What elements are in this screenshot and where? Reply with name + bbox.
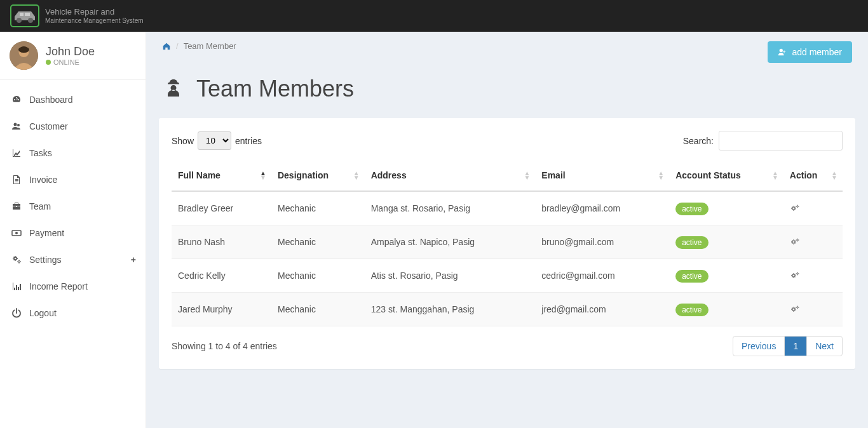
entries-select[interactable]: 10 — [198, 131, 231, 150]
breadcrumb: / Team Member — [162, 41, 236, 51]
cell-address: 123 st. Manggahan, Pasig — [365, 293, 536, 326]
sort-icon: ▲▼ — [831, 171, 837, 180]
sidebar-item-customer[interactable]: Customer — [0, 113, 146, 140]
svg-point-18 — [792, 274, 795, 277]
svg-point-21 — [797, 307, 799, 309]
col-action[interactable]: Action▲▼ — [783, 160, 843, 191]
svg-point-13 — [780, 49, 783, 52]
status-badge: active — [675, 270, 708, 283]
sidebar-item-dashboard[interactable]: Dashboard — [0, 86, 146, 113]
table-info: Showing 1 to 4 of 4 entries — [172, 341, 277, 351]
logo[interactable]: Vehicle Repair and Maintenance Managemen… — [10, 4, 144, 28]
cell-email: cedric@gmail.com — [535, 259, 669, 293]
table-footer: Showing 1 to 4 of 4 entries Previous 1 N… — [172, 336, 843, 356]
sort-icon: ▲▼ — [353, 171, 360, 180]
cell-action — [783, 293, 843, 326]
sidebar-item-payment[interactable]: Payment — [0, 220, 146, 246]
gear-icon[interactable] — [790, 304, 836, 314]
sidebar-item-logout[interactable]: Logout — [0, 300, 146, 326]
cell-status: active — [669, 259, 783, 293]
sidebar-item-income-report[interactable]: Income Report — [0, 273, 146, 300]
avatar[interactable] — [10, 41, 38, 70]
breadcrumb-separator: / — [176, 41, 179, 51]
page-next[interactable]: Next — [807, 337, 842, 356]
col-address[interactable]: Address▲▼ — [365, 160, 536, 191]
pagination: Previous 1 Next — [733, 336, 843, 356]
topbar: Vehicle Repair and Maintenance Managemen… — [0, 0, 868, 32]
table-card: Show 10 entries Search: Full Name▲▼ Desi… — [159, 118, 855, 369]
cell-address: Atis st. Rosario, Pasig — [365, 259, 536, 293]
svg-rect-3 — [20, 13, 24, 16]
user-name: John Doe — [46, 45, 95, 58]
col-designation[interactable]: Designation▲▼ — [271, 160, 365, 191]
search-input[interactable] — [719, 131, 843, 150]
col-account-status[interactable]: Account Status▲▼ — [669, 160, 783, 191]
svg-point-2 — [28, 18, 33, 23]
cell-name: Cedric Kelly — [172, 259, 271, 293]
table-row: Jared MurphyMechanic123 st. Manggahan, P… — [172, 293, 843, 326]
cell-email: bradley@gmail.com — [535, 191, 669, 225]
cell-status: active — [669, 191, 783, 225]
team-table: Full Name▲▼ Designation▲▼ Address▲▼ Emai… — [172, 160, 843, 326]
cell-designation: Mechanic — [271, 293, 365, 326]
sidebar: John Doe ONLINE Dashboard Customer Tasks — [0, 32, 146, 428]
svg-point-12 — [18, 261, 20, 263]
gear-icon[interactable] — [790, 237, 836, 247]
add-member-button[interactable]: add member — [768, 41, 852, 63]
sidebar-item-settings[interactable]: Settings + — [0, 246, 146, 273]
length-control: Show 10 entries — [172, 131, 262, 150]
online-dot-icon — [46, 60, 51, 65]
sidebar-item-invoice[interactable]: Invoice — [0, 166, 146, 193]
svg-point-8 — [17, 124, 20, 126]
plus-icon: + — [131, 255, 136, 265]
logo-text: Vehicle Repair and Maintenance Managemen… — [45, 8, 144, 23]
page-title: Team Members — [146, 72, 868, 118]
user-plus-icon — [778, 48, 787, 57]
svg-rect-4 — [25, 13, 30, 16]
breadcrumb-current: Team Member — [184, 41, 236, 51]
svg-point-15 — [797, 206, 799, 208]
svg-point-10 — [15, 232, 18, 234]
page-title-text: Team Members — [196, 76, 354, 102]
money-icon — [11, 228, 23, 238]
page-previous[interactable]: Previous — [733, 337, 785, 356]
sort-icon: ▲▼ — [658, 171, 664, 180]
file-icon — [11, 175, 23, 185]
tachometer-icon — [11, 95, 23, 105]
car-logo-icon — [10, 4, 40, 28]
svg-point-20 — [792, 308, 795, 311]
col-full-name[interactable]: Full Name▲▼ — [172, 160, 271, 191]
sort-icon: ▲▼ — [772, 171, 778, 180]
svg-point-19 — [797, 273, 799, 275]
sort-icon: ▲▼ — [260, 171, 266, 180]
power-icon — [11, 308, 23, 318]
cell-email: jred@gmail.com — [535, 293, 669, 326]
cell-action — [783, 259, 843, 293]
status-badge: active — [675, 236, 708, 249]
sort-icon: ▲▼ — [524, 171, 530, 180]
users-icon — [11, 121, 23, 131]
sidebar-item-team[interactable]: Team — [0, 193, 146, 220]
svg-point-11 — [14, 257, 17, 260]
cogs-icon — [11, 255, 23, 265]
table-row: Cedric KellyMechanicAtis st. Rosario, Pa… — [172, 259, 843, 293]
cell-action — [783, 225, 843, 259]
gear-icon[interactable] — [790, 203, 836, 213]
search-control: Search: — [683, 131, 843, 150]
user-status: ONLINE — [46, 58, 95, 66]
svg-point-17 — [797, 239, 799, 241]
cell-address: Manga st. Rosario, Pasig — [365, 191, 536, 225]
toolbox-icon — [11, 201, 23, 211]
gear-icon[interactable] — [790, 271, 836, 281]
home-icon[interactable] — [162, 42, 171, 51]
svg-point-1 — [17, 18, 22, 23]
cell-name: Bruno Nash — [172, 225, 271, 259]
cell-email: bruno@gmail.com — [535, 225, 669, 259]
col-email[interactable]: Email▲▼ — [535, 160, 669, 191]
page-current[interactable]: 1 — [785, 337, 807, 356]
sidebar-item-tasks[interactable]: Tasks — [0, 140, 146, 166]
cell-name: Bradley Greer — [172, 191, 271, 225]
cell-designation: Mechanic — [271, 259, 365, 293]
svg-point-14 — [792, 207, 795, 210]
cell-address: Ampalya st. Napico, Pasig — [365, 225, 536, 259]
